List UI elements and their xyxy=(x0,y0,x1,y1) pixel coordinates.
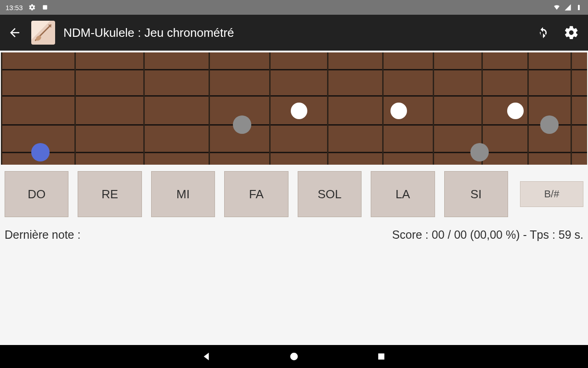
fret-marker xyxy=(507,103,524,119)
fretboard[interactable] xyxy=(1,51,587,167)
wifi-icon xyxy=(553,4,560,11)
settings-button[interactable] xyxy=(561,23,582,43)
fret xyxy=(571,52,572,165)
note-marker-grey xyxy=(540,115,559,134)
app-bar: NDM-Ukulele : Jeu chronométré xyxy=(0,15,588,51)
android-status-bar: 13:53 xyxy=(0,0,588,15)
sharp-flat-button[interactable]: B/# xyxy=(520,181,583,207)
string-2 xyxy=(1,95,587,97)
back-button[interactable] xyxy=(6,24,23,41)
refresh-button[interactable] xyxy=(533,23,553,43)
app-title: NDM-Ukulele : Jeu chronométré xyxy=(63,26,525,40)
fret xyxy=(74,52,76,165)
signal-icon xyxy=(564,4,571,11)
svg-rect-0 xyxy=(43,5,47,9)
note-button-si[interactable]: SI xyxy=(444,171,508,217)
battery-icon xyxy=(575,4,582,11)
nav-recent-button[interactable] xyxy=(374,350,388,363)
note-button-re[interactable]: RE xyxy=(78,171,141,217)
fret xyxy=(527,52,529,165)
last-note-label: Dernière note : xyxy=(5,228,80,242)
note-marker-grey xyxy=(233,115,251,134)
svg-rect-5 xyxy=(378,353,384,359)
app-indicator-icon xyxy=(41,4,49,11)
fret-marker xyxy=(291,103,307,119)
string-1 xyxy=(1,69,587,70)
string-3 xyxy=(1,124,587,126)
fret xyxy=(269,52,271,165)
android-nav-bar xyxy=(0,345,588,368)
note-button-sol[interactable]: SOL xyxy=(298,171,362,217)
fret xyxy=(1,52,2,165)
nav-home-button[interactable] xyxy=(287,350,301,363)
string-4 xyxy=(1,152,587,153)
status-time: 13:53 xyxy=(6,4,23,12)
nav-back-button[interactable] xyxy=(200,350,214,363)
note-button-do[interactable]: DO xyxy=(5,171,68,217)
fret xyxy=(382,52,384,165)
svg-point-4 xyxy=(290,353,298,361)
note-button-mi[interactable]: MI xyxy=(151,171,215,217)
fret xyxy=(143,52,145,165)
note-button-fa[interactable]: FA xyxy=(224,171,288,217)
note-button-la[interactable]: LA xyxy=(371,171,435,217)
note-marker-active xyxy=(31,143,50,161)
note-buttons-row: DO RE MI FA SOL LA SI B/# xyxy=(0,167,588,217)
gear-icon xyxy=(28,4,36,11)
fret-marker xyxy=(390,103,407,119)
fret xyxy=(209,52,210,165)
fret xyxy=(433,52,434,165)
status-line: Dernière note : Score : 00 / 00 (00,00 %… xyxy=(0,217,588,242)
app-icon xyxy=(31,21,55,45)
fret xyxy=(327,52,328,165)
score-display: Score : 00 / 00 (00,00 %) - Tps : 59 s. xyxy=(392,228,583,242)
note-marker-grey xyxy=(470,143,489,161)
